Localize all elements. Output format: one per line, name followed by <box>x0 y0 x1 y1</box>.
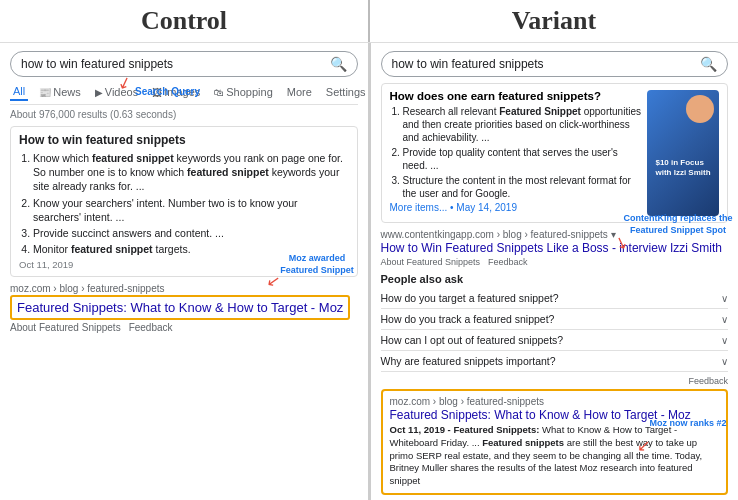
paa-chevron-3: ∨ <box>721 335 728 346</box>
paa-item-4[interactable]: Why are featured snippets important? ∨ <box>381 351 729 372</box>
control-result-url: moz.com › blog › featured-snippets <box>10 283 358 294</box>
variant-feedback-label[interactable]: Feedback <box>381 376 729 386</box>
variant-moz-result: moz.com › blog › featured-snippets Featu… <box>381 389 729 495</box>
control-tab-settings-label: Settings <box>326 86 366 98</box>
variant-more-items[interactable]: More items... • May 14, 2019 <box>390 202 642 213</box>
control-snippet-item-3: Provide succinct answers and content. ..… <box>33 226 349 240</box>
variant-header-label: Variant <box>370 0 738 42</box>
variant-featured-image: $10 in Focuswith Izzi Smith <box>647 90 719 216</box>
control-tab-videos[interactable]: ▶ Videos <box>92 84 141 100</box>
control-tab-shopping[interactable]: 🛍 Shopping <box>211 84 276 100</box>
paa-chevron-4: ∨ <box>721 356 728 367</box>
control-result-title[interactable]: Featured Snippets: What to Know & How to… <box>10 295 350 320</box>
control-tab-all[interactable]: All <box>10 83 28 101</box>
paa-chevron-1: ∨ <box>721 293 728 304</box>
control-feedback[interactable]: Feedback <box>129 322 173 333</box>
variant-contentking-feedback[interactable]: Feedback <box>488 257 528 267</box>
control-search-input[interactable]: how to win featured snippets <box>21 57 330 71</box>
variant-contentking-title[interactable]: How to Win Featured Snippets Like a Boss… <box>381 241 729 255</box>
variant-search-input[interactable]: how to win featured snippets <box>392 57 701 71</box>
control-snippet-item-1: Know which featured snippet keywords you… <box>33 151 349 194</box>
annotation-moz-rank2: Moz now ranks #2 <box>643 418 733 430</box>
variant-featured-text: How does one earn featured snippets? Res… <box>390 90 642 216</box>
variant-panel: how to win featured snippets 🔍 How does … <box>371 43 739 500</box>
variant-answer-item-2: Provide top quality content that serves … <box>403 146 642 172</box>
variant-moz-desc-bold: Featured Snippets: <box>453 424 539 435</box>
control-tab-all-label: All <box>13 85 25 97</box>
variant-paa-section: People also ask How do you target a feat… <box>381 273 729 372</box>
variant-answer-item-3: Structure the content in the most releva… <box>403 174 642 200</box>
paa-item-3-text: How can I opt out of featured snippets? <box>381 334 564 346</box>
control-tab-settings[interactable]: Settings <box>323 84 369 100</box>
control-video-icon: ▶ <box>95 87 103 98</box>
control-tab-more-label: More <box>287 86 312 98</box>
variant-answer-item-1: Research all relevant Featured Snippet o… <box>403 105 642 144</box>
variant-about-link[interactable]: About Featured Snippets <box>381 257 481 267</box>
paa-item-4-text: Why are featured snippets important? <box>381 355 556 367</box>
paa-item-1-text: How do you target a featured snippet? <box>381 292 559 304</box>
variant-moz-desc-date: Oct 11, 2019 - <box>390 424 454 435</box>
variant-contentking-about: About Featured Snippets Feedback <box>381 257 729 267</box>
variant-search-bar[interactable]: how to win featured snippets 🔍 <box>381 51 729 77</box>
paa-chevron-2: ∨ <box>721 314 728 325</box>
variant-moz-desc: Oct 11, 2019 - Featured Snippets: What t… <box>390 424 720 488</box>
control-snippet-list: Know which featured snippet keywords you… <box>19 151 349 256</box>
arrow-moz-rank2: ↙ <box>637 436 650 455</box>
control-result-about: About Featured Snippets Feedback <box>10 322 358 333</box>
control-tab-more[interactable]: More <box>284 84 315 100</box>
variant-moz-desc-bold2: Featured snippets <box>482 437 564 448</box>
paa-item-3[interactable]: How can I opt out of featured snippets? … <box>381 330 729 351</box>
annotation-moz-awarded: Moz awarded Featured Snippet <box>275 253 360 276</box>
paa-item-2[interactable]: How do you track a featured snippet? ∨ <box>381 309 729 330</box>
variant-answer-list: Research all relevant Featured Snippet o… <box>390 105 642 200</box>
control-about-link[interactable]: About Featured Snippets <box>10 322 121 333</box>
variant-search-icon[interactable]: 🔍 <box>700 56 717 72</box>
control-results-count: About 976,000 results (0.63 seconds) <box>10 109 358 120</box>
variant-featured-answer: How does one earn featured snippets? Res… <box>381 83 729 223</box>
paa-item-1[interactable]: How do you target a featured snippet? ∨ <box>381 288 729 309</box>
control-tab-news[interactable]: 📰 News <box>36 84 84 100</box>
control-tab-shopping-label: Shopping <box>226 86 273 98</box>
annotation-search-query: Search Query <box>135 86 200 97</box>
variant-moz-url: moz.com › blog › featured-snippets <box>390 396 720 407</box>
control-search-bar[interactable]: how to win featured snippets 🔍 <box>10 51 358 77</box>
paa-title: People also ask <box>381 273 729 285</box>
control-panel: how to win featured snippets 🔍 All 📰 New… <box>0 43 369 500</box>
control-search-icon[interactable]: 🔍 <box>330 56 347 72</box>
main-container: how to win featured snippets 🔍 All 📰 New… <box>0 43 738 500</box>
avatar-image <box>686 95 714 123</box>
control-tab-news-label: News <box>53 86 81 98</box>
control-news-icon: 📰 <box>39 87 51 98</box>
control-snippet-title: How to win featured snippets <box>19 133 349 147</box>
arrow-moz-awarded: ↙ <box>265 270 281 291</box>
paa-item-2-text: How do you track a featured snippet? <box>381 313 555 325</box>
img-caption: $10 in Focuswith Izzi Smith <box>653 156 712 181</box>
variant-question: How does one earn featured snippets? <box>390 90 642 102</box>
annotation-contentking: ContentKing replaces the Featured Snippe… <box>623 213 733 236</box>
control-shopping-icon: 🛍 <box>214 87 224 98</box>
control-snippet-item-2: Know your searchers' intent. Number two … <box>33 196 349 224</box>
control-header-label: Control <box>0 0 368 42</box>
header-row: Control Variant <box>0 0 738 43</box>
control-result-item: moz.com › blog › featured-snippets Featu… <box>10 283 358 333</box>
